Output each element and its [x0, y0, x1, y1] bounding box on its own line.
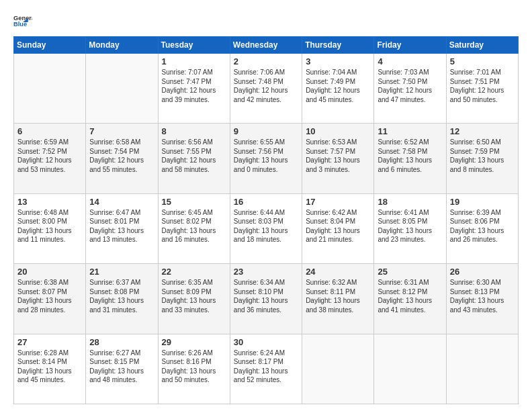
day-number: 6 — [17, 126, 82, 136]
cell-daylight-text: Sunrise: 6:48 AM Sunset: 8:00 PM Dayligh… — [17, 208, 82, 244]
cell-daylight-text: Sunrise: 6:58 AM Sunset: 7:54 PM Dayligh… — [89, 138, 154, 174]
day-number: 1 — [162, 56, 226, 66]
cell-daylight-text: Sunrise: 6:42 AM Sunset: 8:04 PM Dayligh… — [306, 208, 370, 244]
day-number: 5 — [450, 56, 515, 66]
calendar-cell: 29Sunrise: 6:26 AM Sunset: 8:16 PM Dayli… — [158, 334, 230, 404]
day-number: 15 — [162, 197, 226, 207]
week-row-1: 1Sunrise: 7:07 AM Sunset: 7:47 PM Daylig… — [14, 54, 519, 124]
cell-daylight-text: Sunrise: 6:34 AM Sunset: 8:10 PM Dayligh… — [234, 278, 298, 314]
day-number: 27 — [17, 337, 82, 347]
cell-daylight-text: Sunrise: 6:53 AM Sunset: 7:57 PM Dayligh… — [306, 138, 370, 174]
calendar-cell: 20Sunrise: 6:38 AM Sunset: 8:07 PM Dayli… — [14, 264, 86, 334]
calendar-cell: 26Sunrise: 6:30 AM Sunset: 8:13 PM Dayli… — [446, 264, 518, 334]
weekday-saturday: Saturday — [446, 37, 518, 54]
calendar-cell: 6Sunrise: 6:59 AM Sunset: 7:52 PM Daylig… — [14, 124, 86, 193]
cell-daylight-text: Sunrise: 6:44 AM Sunset: 8:03 PM Dayligh… — [234, 208, 298, 244]
weekday-monday: Monday — [86, 37, 158, 54]
day-number: 23 — [234, 267, 298, 277]
cell-daylight-text: Sunrise: 6:45 AM Sunset: 8:02 PM Dayligh… — [162, 208, 226, 244]
logo-icon: General Blue — [13, 11, 32, 30]
calendar-cell — [374, 334, 446, 404]
day-number: 21 — [89, 267, 154, 277]
day-number: 30 — [234, 337, 298, 347]
day-number: 13 — [17, 197, 82, 207]
cell-daylight-text: Sunrise: 6:41 AM Sunset: 8:05 PM Dayligh… — [378, 208, 442, 244]
week-row-3: 13Sunrise: 6:48 AM Sunset: 8:00 PM Dayli… — [14, 193, 519, 263]
header: General Blue — [13, 11, 519, 30]
cell-daylight-text: Sunrise: 6:52 AM Sunset: 7:58 PM Dayligh… — [378, 138, 442, 174]
calendar-cell: 7Sunrise: 6:58 AM Sunset: 7:54 PM Daylig… — [86, 124, 158, 193]
cell-daylight-text: Sunrise: 6:38 AM Sunset: 8:07 PM Dayligh… — [17, 278, 82, 314]
calendar-cell — [14, 54, 86, 124]
calendar-cell: 5Sunrise: 7:01 AM Sunset: 7:51 PM Daylig… — [446, 54, 518, 124]
cell-daylight-text: Sunrise: 6:47 AM Sunset: 8:01 PM Dayligh… — [89, 208, 154, 244]
day-number: 24 — [306, 267, 370, 277]
svg-text:Blue: Blue — [13, 21, 27, 28]
svg-text:General: General — [13, 15, 32, 21]
cell-daylight-text: Sunrise: 6:26 AM Sunset: 8:16 PM Dayligh… — [162, 349, 226, 385]
calendar-cell: 27Sunrise: 6:28 AM Sunset: 8:14 PM Dayli… — [14, 334, 86, 404]
day-number: 16 — [234, 197, 298, 207]
cell-daylight-text: Sunrise: 6:32 AM Sunset: 8:11 PM Dayligh… — [306, 278, 370, 314]
weekday-thursday: Thursday — [302, 37, 374, 54]
calendar-cell: 28Sunrise: 6:27 AM Sunset: 8:15 PM Dayli… — [86, 334, 158, 404]
day-number: 18 — [378, 197, 442, 207]
day-number: 8 — [162, 126, 226, 136]
calendar-cell: 1Sunrise: 7:07 AM Sunset: 7:47 PM Daylig… — [158, 54, 230, 124]
calendar-cell: 22Sunrise: 6:35 AM Sunset: 8:09 PM Dayli… — [158, 264, 230, 334]
calendar-cell: 8Sunrise: 6:56 AM Sunset: 7:55 PM Daylig… — [158, 124, 230, 193]
calendar-cell: 25Sunrise: 6:31 AM Sunset: 8:12 PM Dayli… — [374, 264, 446, 334]
day-number: 4 — [378, 56, 442, 66]
day-number: 3 — [306, 56, 370, 66]
day-number: 20 — [17, 267, 82, 277]
calendar-cell: 4Sunrise: 7:03 AM Sunset: 7:50 PM Daylig… — [374, 54, 446, 124]
calendar-cell: 13Sunrise: 6:48 AM Sunset: 8:00 PM Dayli… — [14, 193, 86, 263]
day-number: 12 — [450, 126, 515, 136]
week-row-4: 20Sunrise: 6:38 AM Sunset: 8:07 PM Dayli… — [14, 264, 519, 334]
cell-daylight-text: Sunrise: 6:24 AM Sunset: 8:17 PM Dayligh… — [234, 349, 298, 385]
cell-daylight-text: Sunrise: 6:28 AM Sunset: 8:14 PM Dayligh… — [17, 349, 82, 385]
cell-daylight-text: Sunrise: 6:31 AM Sunset: 8:12 PM Dayligh… — [378, 278, 442, 314]
calendar-table: SundayMondayTuesdayWednesdayThursdayFrid… — [13, 36, 519, 404]
cell-daylight-text: Sunrise: 6:56 AM Sunset: 7:55 PM Dayligh… — [162, 138, 226, 174]
cell-daylight-text: Sunrise: 6:39 AM Sunset: 8:06 PM Dayligh… — [450, 208, 515, 244]
calendar-cell: 2Sunrise: 7:06 AM Sunset: 7:48 PM Daylig… — [230, 54, 302, 124]
calendar-cell: 14Sunrise: 6:47 AM Sunset: 8:01 PM Dayli… — [86, 193, 158, 263]
day-number: 7 — [89, 126, 154, 136]
day-number: 19 — [450, 197, 515, 207]
weekday-header-row: SundayMondayTuesdayWednesdayThursdayFrid… — [14, 37, 519, 54]
logo: General Blue — [13, 11, 35, 30]
day-number: 2 — [234, 56, 298, 66]
week-row-5: 27Sunrise: 6:28 AM Sunset: 8:14 PM Dayli… — [14, 334, 519, 404]
calendar-cell: 10Sunrise: 6:53 AM Sunset: 7:57 PM Dayli… — [302, 124, 374, 193]
day-number: 29 — [162, 337, 226, 347]
day-number: 10 — [306, 126, 370, 136]
cell-daylight-text: Sunrise: 7:01 AM Sunset: 7:51 PM Dayligh… — [450, 68, 515, 104]
cell-daylight-text: Sunrise: 6:37 AM Sunset: 8:08 PM Dayligh… — [89, 278, 154, 314]
day-number: 28 — [89, 337, 154, 347]
cell-daylight-text: Sunrise: 7:06 AM Sunset: 7:48 PM Dayligh… — [234, 68, 298, 104]
calendar-cell: 30Sunrise: 6:24 AM Sunset: 8:17 PM Dayli… — [230, 334, 302, 404]
day-number: 26 — [450, 267, 515, 277]
cell-daylight-text: Sunrise: 7:07 AM Sunset: 7:47 PM Dayligh… — [162, 68, 226, 104]
weekday-wednesday: Wednesday — [230, 37, 302, 54]
week-row-2: 6Sunrise: 6:59 AM Sunset: 7:52 PM Daylig… — [14, 124, 519, 193]
calendar-cell: 11Sunrise: 6:52 AM Sunset: 7:58 PM Dayli… — [374, 124, 446, 193]
cell-daylight-text: Sunrise: 6:35 AM Sunset: 8:09 PM Dayligh… — [162, 278, 226, 314]
page: General Blue SundayMondayTuesdayWednesda… — [0, 0, 532, 411]
calendar-cell: 16Sunrise: 6:44 AM Sunset: 8:03 PM Dayli… — [230, 193, 302, 263]
calendar-cell: 17Sunrise: 6:42 AM Sunset: 8:04 PM Dayli… — [302, 193, 374, 263]
cell-daylight-text: Sunrise: 6:59 AM Sunset: 7:52 PM Dayligh… — [17, 138, 82, 174]
calendar-cell: 18Sunrise: 6:41 AM Sunset: 8:05 PM Dayli… — [374, 193, 446, 263]
calendar-cell — [86, 54, 158, 124]
calendar-cell: 24Sunrise: 6:32 AM Sunset: 8:11 PM Dayli… — [302, 264, 374, 334]
day-number: 9 — [234, 126, 298, 136]
day-number: 22 — [162, 267, 226, 277]
cell-daylight-text: Sunrise: 6:30 AM Sunset: 8:13 PM Dayligh… — [450, 278, 515, 314]
day-number: 17 — [306, 197, 370, 207]
day-number: 14 — [89, 197, 154, 207]
calendar-cell: 9Sunrise: 6:55 AM Sunset: 7:56 PM Daylig… — [230, 124, 302, 193]
cell-daylight-text: Sunrise: 7:03 AM Sunset: 7:50 PM Dayligh… — [378, 68, 442, 104]
cell-daylight-text: Sunrise: 6:50 AM Sunset: 7:59 PM Dayligh… — [450, 138, 515, 174]
weekday-tuesday: Tuesday — [158, 37, 230, 54]
